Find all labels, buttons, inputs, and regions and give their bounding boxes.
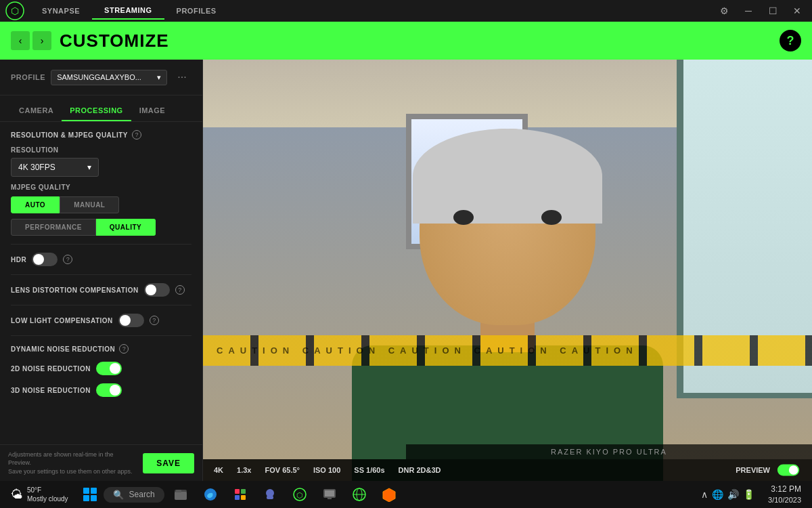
perf-buttons: PERFORMANCE QUALITY xyxy=(11,219,191,236)
svg-text:⬡: ⬡ xyxy=(11,5,19,16)
lowlight-toggle[interactable] xyxy=(118,314,144,327)
tab-processing[interactable]: PROCESSING xyxy=(62,101,131,121)
hair xyxy=(413,129,602,224)
svg-rect-16 xyxy=(328,498,332,499)
settings-button[interactable]: ⚙ xyxy=(715,3,734,18)
caution-tape: CAUTION CAUTION CAUTION CAUTION CAUTION xyxy=(203,335,812,366)
nav-synapse[interactable]: SYNAPSE xyxy=(30,3,92,19)
left-eye xyxy=(453,210,474,225)
noise3d-row: 3D NOISE REDUCTION xyxy=(11,383,191,397)
page-title: CUSTOMIZE xyxy=(60,30,169,51)
noise3d-toggle[interactable] xyxy=(96,383,122,397)
lens-info-icon[interactable]: ? xyxy=(175,285,185,295)
quality-button[interactable]: QUALITY xyxy=(96,219,156,236)
nav-streaming[interactable]: STREAMING xyxy=(92,2,164,20)
taskbar-app-chat[interactable] xyxy=(256,482,284,507)
right-eye xyxy=(541,210,562,225)
taskbar-app-razer1[interactable]: ⬡ xyxy=(286,482,313,507)
taskbar-time[interactable]: 3:12 PM 3/10/2023 xyxy=(763,484,807,505)
mjpeg-label: MJPEG QUALITY xyxy=(11,184,191,191)
resolution-info-icon[interactable]: ? xyxy=(132,130,141,140)
clock-date: 3/10/2023 xyxy=(768,495,801,505)
eyes xyxy=(453,210,562,225)
profile-more-button[interactable]: ··· xyxy=(173,68,191,87)
dnr-info-icon[interactable]: ? xyxy=(119,344,129,354)
windows-taskbar: 🌤 50°F Mostly cloudy 🔍 Search xyxy=(0,481,812,508)
device-name: RAZER KIYO PRO ULTRA xyxy=(551,448,667,456)
noise3d-toggle-knob xyxy=(110,385,120,396)
noise2d-toggle[interactable] xyxy=(96,362,122,375)
camera-preview-panel: CAUTION CAUTION CAUTION CAUTION CAUTION … xyxy=(203,60,812,481)
maximize-button[interactable]: ☐ xyxy=(763,3,782,18)
minimize-button[interactable]: ─ xyxy=(739,3,758,18)
status-resolution: 4K xyxy=(214,466,223,474)
resolution-chevron-icon: ▾ xyxy=(87,163,91,172)
svg-rect-9 xyxy=(241,495,246,500)
device-name-bar: RAZER KIYO PRO ULTRA xyxy=(406,444,812,459)
titlebar: ⬡ SYNAPSE STREAMING PROFILES ⚙ ─ ☐ ✕ xyxy=(0,0,812,22)
svg-rect-7 xyxy=(241,489,246,494)
taskbar-app-monitor[interactable] xyxy=(316,482,343,507)
lowlight-toggle-knob xyxy=(120,315,131,326)
tape-text: CAUTION CAUTION CAUTION CAUTION CAUTION xyxy=(203,335,812,366)
tab-camera[interactable]: CAMERA xyxy=(11,101,62,121)
close-button[interactable]: ✕ xyxy=(788,3,807,18)
taskbar-search[interactable]: 🔍 Search xyxy=(104,487,164,503)
dnr-header: DYNAMIC NOISE REDUCTION ? xyxy=(11,344,191,354)
tab-row: CAMERA PROCESSING IMAGE xyxy=(0,96,202,122)
profile-dropdown[interactable]: SAMSUNGGALAXYBO... ▾ xyxy=(51,70,167,85)
forward-button[interactable]: › xyxy=(32,31,51,50)
weather-text: 50°F Mostly cloudy xyxy=(27,486,68,503)
noise2d-row: 2D NOISE REDUCTION xyxy=(11,362,191,375)
hdr-toggle[interactable] xyxy=(32,253,58,266)
save-info-line1: Adjustments are shown real-time in the P… xyxy=(8,450,137,467)
tab-image[interactable]: IMAGE xyxy=(131,101,174,121)
help-button[interactable]: ? xyxy=(780,30,801,51)
weather-temp: 50°F xyxy=(27,486,68,494)
svg-rect-6 xyxy=(235,489,240,494)
tray-volume-icon[interactable]: 🔊 xyxy=(727,489,739,500)
search-icon: 🔍 xyxy=(113,490,124,500)
tray-battery-icon[interactable]: 🔋 xyxy=(743,489,754,500)
lens-toggle[interactable] xyxy=(144,283,170,297)
header-left: ‹ › CUSTOMIZE xyxy=(11,30,169,51)
status-zoom: 1.3x xyxy=(237,466,251,474)
preview-status-bar: 4K 1.3x FOV 65.5° ISO 100 SS 1/60s DNR 2… xyxy=(203,459,812,481)
start-button[interactable] xyxy=(79,484,101,505)
status-iso: ISO 100 xyxy=(313,466,340,474)
profile-value: SAMSUNGGALAXYBO... xyxy=(57,73,141,81)
titlebar-left: ⬡ SYNAPSE STREAMING PROFILES xyxy=(5,1,229,20)
svg-rect-15 xyxy=(325,490,334,496)
mjpeg-manual-button[interactable]: MANUAL xyxy=(60,196,119,213)
save-info-line2: Save your settings to use them on other … xyxy=(8,467,137,476)
profile-dropdown-icon: ▾ xyxy=(157,73,161,82)
section-resolution-header: RESOLUTION & MJPEG QUALITY ? xyxy=(11,130,191,140)
svg-rect-3 xyxy=(175,492,187,500)
performance-button[interactable]: PERFORMANCE xyxy=(11,219,96,236)
preview-label: PREVIEW xyxy=(736,466,770,474)
tray-network-icon[interactable]: 🌐 xyxy=(712,489,723,500)
weather-desc: Mostly cloudy xyxy=(27,494,68,503)
taskbar-app-files[interactable] xyxy=(167,482,194,507)
divider-1 xyxy=(11,244,191,245)
nav-profiles[interactable]: PROFILES xyxy=(164,3,229,19)
preview-toggle[interactable] xyxy=(777,465,799,476)
svg-rect-4 xyxy=(176,490,181,492)
lowlight-label: LOW LIGHT COMPENSATION xyxy=(11,317,113,324)
hdr-info-icon[interactable]: ? xyxy=(63,255,72,264)
content-area: PROFILE SAMSUNGGALAXYBO... ▾ ··· CAMERA … xyxy=(0,60,812,481)
resolution-dropdown[interactable]: 4K 30FPS ▾ xyxy=(11,158,99,177)
save-button[interactable]: SAVE xyxy=(143,453,194,473)
taskbar-app-edge[interactable] xyxy=(197,482,224,507)
mjpeg-auto-button[interactable]: AUTO xyxy=(11,196,60,213)
section-resolution-title: RESOLUTION & MJPEG QUALITY xyxy=(11,131,128,139)
lowlight-info-icon[interactable]: ? xyxy=(150,316,159,325)
taskbar-app-store[interactable] xyxy=(227,482,254,507)
taskbar-app-globe[interactable] xyxy=(346,482,373,507)
profile-label: PROFILE xyxy=(11,73,45,81)
tray-arrow-icon[interactable]: ∧ xyxy=(701,489,708,500)
taskbar-weather[interactable]: 🌤 50°F Mostly cloudy xyxy=(5,483,74,506)
taskbar-app-razer2[interactable] xyxy=(376,482,403,507)
header-bar: ‹ › CUSTOMIZE ? xyxy=(0,22,812,60)
back-button[interactable]: ‹ xyxy=(11,31,30,50)
